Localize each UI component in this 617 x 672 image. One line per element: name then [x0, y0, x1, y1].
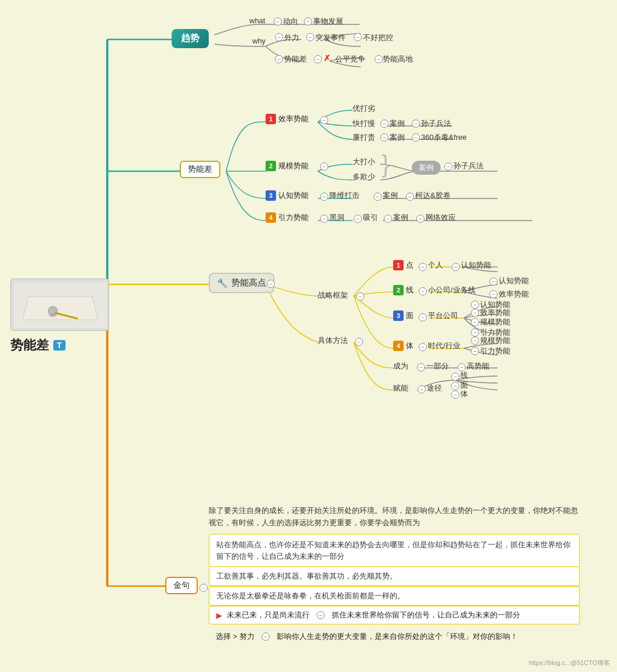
minus-mian-p4[interactable]: −	[471, 328, 479, 337]
node-da: 大打小	[353, 157, 375, 167]
minus-what1[interactable]: −	[274, 17, 282, 26]
minus-xian-p1[interactable]: −	[489, 277, 498, 286]
node-gaodi: 势能高地	[383, 54, 413, 64]
text-para1: 除了要关注自身的成长，还要开始关注所处的环境。环境，是影响你人生走势的一个更大的…	[209, 505, 580, 529]
node-tufa: 突发事件	[315, 32, 346, 43]
minus-dian[interactable]: −	[419, 263, 427, 271]
node-case-renzhi: 案例	[383, 190, 398, 201]
minus-xian[interactable]: −	[419, 287, 427, 295]
node-shiwu: 事物发展	[313, 16, 343, 27]
minus-lian2[interactable]: −	[412, 133, 420, 142]
minus-shinengcha2[interactable]: −	[314, 55, 322, 63]
minus-xuanze[interactable]: −	[262, 633, 270, 641]
minus-zhanlve[interactable]: −	[356, 292, 364, 301]
node-yibufen: 一部分	[426, 361, 449, 371]
node-case-yinli: 案例	[393, 212, 408, 223]
node-why: why	[252, 37, 266, 45]
minus-weilai[interactable]: −	[317, 611, 325, 619]
node-what: what	[249, 16, 265, 25]
watermark: https://blog.c...@51CTO博客	[529, 659, 610, 667]
badge-2: 2	[266, 161, 276, 171]
minus-shinengcha[interactable]: −	[275, 55, 283, 63]
minus-jinju[interactable]: −	[199, 584, 208, 592]
node-keda: 柯达&胶卷	[415, 190, 451, 201]
minus-jiangwei[interactable]: −	[373, 193, 382, 201]
minus-funeng[interactable]: −	[418, 385, 426, 393]
brace-icon: }	[382, 152, 390, 176]
left-panel: 势能差 T	[10, 279, 126, 354]
minus-ti-p1[interactable]: −	[471, 337, 479, 345]
minus-funeng-t[interactable]: −	[451, 391, 459, 399]
badge-3: 3	[266, 190, 276, 201]
node-juti: 具体方法	[318, 335, 348, 346]
minus-juti[interactable]: −	[355, 338, 363, 346]
node-trend: 趋势	[172, 29, 209, 48]
minus-kuai2[interactable]: −	[412, 120, 420, 128]
node-lian: 廉打贵	[353, 132, 375, 143]
node-xiaogongsi: 小公司/业务线	[428, 285, 476, 295]
minus-waili3[interactable]: −	[354, 33, 362, 41]
node-chengwei: 成为	[393, 361, 408, 371]
minus-yinli[interactable]: −	[320, 215, 328, 223]
node-funeng: 赋能	[393, 383, 408, 393]
minus-what2[interactable]: −	[304, 17, 312, 26]
minus-lian[interactable]: −	[380, 133, 389, 142]
minus-guimo[interactable]: −	[320, 162, 328, 171]
minus-yinli2[interactable]: −	[354, 215, 362, 223]
node-mian: 3 面	[393, 310, 413, 321]
panel-title-text: 势能差	[10, 337, 49, 354]
mind-map-container: 趋势 what − 动向 − 事物发展 why − 外力 − 突发事件 − 不好…	[0, 0, 617, 672]
node-dian: 1 点	[393, 260, 413, 270]
node-jiangwei: 降维打击	[329, 190, 360, 201]
node-dongxiang: 动向	[283, 16, 298, 27]
minus-mian[interactable]: −	[419, 313, 427, 321]
minus-kuai[interactable]: −	[380, 120, 389, 128]
text-block5: ▶ 未来已来，只是尚未流行 − 抓住未来世界给你留下的信号，让自己成为未来的一部…	[209, 606, 580, 624]
node-geren: 个人	[428, 260, 443, 270]
node-yinli-t: 引力势能	[480, 346, 510, 356]
trend-label: 趋势	[172, 29, 209, 48]
gaodian-label: 🔧 势能高点	[209, 273, 274, 293]
minus-funeng-m[interactable]: −	[451, 382, 459, 390]
svg-point-3	[48, 314, 57, 317]
node-kuai: 快打慢	[353, 118, 375, 129]
node-xiaolv: 1 效率势能	[266, 114, 308, 124]
badge-ti: 4	[393, 341, 404, 351]
minus-renzhi[interactable]: −	[320, 193, 328, 201]
node-ti: 4 体	[393, 341, 413, 351]
minus-case-renzhi[interactable]: −	[406, 193, 414, 201]
node-jinju: 金句	[165, 577, 198, 594]
node-duo: 多欺少	[353, 172, 375, 182]
badge-mian: 3	[393, 310, 404, 321]
minus-ti[interactable]: −	[419, 343, 427, 351]
node-gongping: 公平竞争	[335, 54, 365, 64]
minus-mian-p1[interactable]: −	[471, 301, 479, 309]
minus-yinli4[interactable]: −	[416, 215, 424, 223]
minus-mian-p2[interactable]: −	[471, 309, 479, 317]
node-buhaobakong: 不好把控	[363, 32, 393, 43]
minus-waili[interactable]: −	[275, 33, 283, 41]
text-block2: 站在势能高点，也许你还是不知道未来的趋势会去向哪里，但是你却和趋势站在了一起，抓…	[209, 534, 580, 568]
minus-geren[interactable]: −	[452, 263, 460, 271]
minus-case-guimo[interactable]: −	[444, 162, 452, 171]
minus-ti-p2[interactable]: −	[471, 347, 479, 355]
node-yinli: 4 引力势能	[266, 212, 308, 223]
node-shinengcha-main: 势能差	[180, 161, 220, 178]
minus-xiaolv[interactable]: −	[320, 116, 328, 124]
minus-gaodian[interactable]: −	[267, 280, 275, 288]
minus-shinengcha3[interactable]: −	[375, 55, 383, 63]
node-you: 优打劣	[353, 103, 375, 114]
minus-xian-p2[interactable]: −	[489, 290, 498, 298]
minus-yinli3[interactable]: −	[384, 215, 392, 223]
minus-mian-p3[interactable]: −	[471, 318, 479, 326]
minus-chengwei[interactable]: −	[417, 363, 425, 371]
shinengcha-main-label: 势能差	[180, 161, 220, 178]
node-guimo-m: 规模势能	[480, 317, 510, 327]
minus-funeng-x[interactable]: −	[451, 373, 459, 381]
node-gaodian: 🔧 势能高点	[209, 273, 274, 293]
flag-icon: ▶	[216, 611, 222, 620]
minus-waili2[interactable]: −	[306, 33, 314, 41]
node-case-guimo: 案例	[412, 161, 441, 175]
node-sunzi: 孙子兵法	[421, 118, 451, 129]
node-case-kuai: 案例	[390, 118, 405, 129]
